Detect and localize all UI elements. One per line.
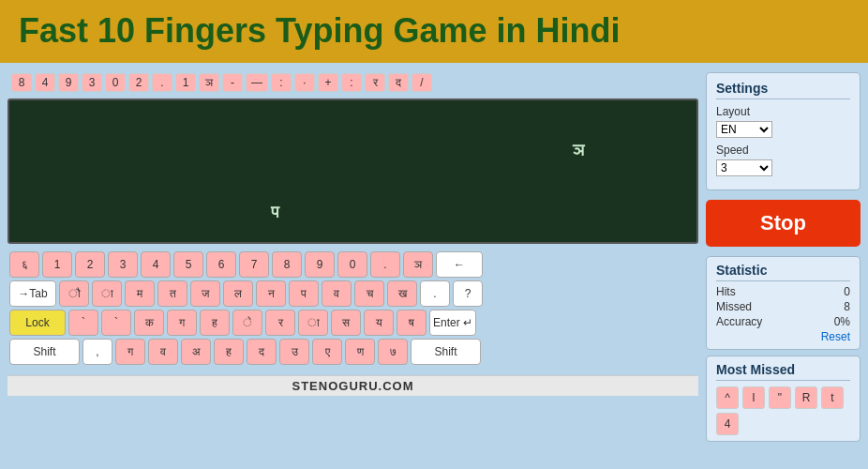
kb-row-2: →Tab ौ ा म त ज ल न प व च ख . ?: [7, 280, 698, 307]
game-canvas: ञ प: [7, 98, 698, 244]
char-key-8[interactable]: ञ: [199, 73, 219, 92]
missed-row: Missed 8: [716, 300, 850, 313]
key-row1-11[interactable]: .: [370, 251, 400, 278]
key-aa[interactable]: ा: [92, 280, 122, 307]
key-e[interactable]: ए: [312, 339, 342, 365]
key-row1-9[interactable]: 9: [305, 251, 335, 278]
key-a[interactable]: अ: [181, 339, 211, 365]
key-row1-5[interactable]: 5: [173, 251, 203, 278]
key-cha[interactable]: च: [354, 280, 384, 307]
key-row1-13[interactable]: ←: [436, 251, 483, 278]
speed-select[interactable]: 1 2 3 4 5: [716, 159, 772, 176]
key-e-matra[interactable]: े: [232, 310, 262, 336]
page-title: Fast 10 Fingers Typing Game in Hindi: [19, 11, 849, 50]
char-key-6[interactable]: .: [152, 73, 172, 92]
falling-char-1: ञ: [573, 141, 584, 160]
key-row1-12[interactable]: ञ: [403, 251, 433, 278]
kb-row-3: Lock ` ` क ग ह े र ा स य ष Enter ↵: [7, 310, 698, 336]
missed-key-3: R: [795, 386, 817, 409]
char-key-11[interactable]: :: [271, 73, 292, 92]
key-pa[interactable]: प: [289, 280, 319, 307]
key-ga[interactable]: ग: [167, 310, 197, 336]
reset-link[interactable]: Reset: [716, 330, 850, 343]
char-key-5[interactable]: 2: [128, 73, 149, 92]
char-key-13[interactable]: +: [318, 73, 338, 92]
char-key-1[interactable]: 4: [35, 73, 55, 92]
key-row1-4[interactable]: 4: [141, 251, 171, 278]
char-key-2[interactable]: 9: [58, 73, 79, 92]
key-ta[interactable]: त: [157, 280, 187, 307]
missed-value: 8: [844, 300, 850, 313]
lock-key[interactable]: Lock: [9, 310, 66, 336]
key-dot2[interactable]: .: [420, 280, 450, 307]
key-ou[interactable]: ौ: [59, 280, 89, 307]
key-row1-7[interactable]: 7: [239, 251, 269, 278]
speed-label: Speed: [716, 144, 850, 157]
key-row1-3[interactable]: 3: [108, 251, 138, 278]
settings-box: Settings Layout EN HI Speed 1 2 3 4 5: [706, 72, 861, 190]
missed-key-1: I: [742, 386, 765, 409]
key-ga2[interactable]: ग: [115, 339, 145, 365]
missed-key-4: t: [821, 386, 844, 409]
key-na2[interactable]: ण: [345, 339, 375, 365]
char-key-16[interactable]: द: [388, 73, 409, 92]
key-kha[interactable]: ख: [387, 280, 417, 307]
key-row1-0[interactable]: ६: [9, 251, 39, 278]
char-key-9[interactable]: -: [222, 73, 243, 92]
key-row1-2[interactable]: 2: [75, 251, 105, 278]
char-key-17[interactable]: /: [412, 73, 432, 92]
key-na[interactable]: न: [256, 280, 286, 307]
main-area: 849302.1ञ-—:·+:रद/ ञ प ६1234567890.ञ← →T…: [0, 63, 868, 429]
kb-row-4: Shift , ग व अ ह द उ ए ण ७ Shift: [7, 339, 698, 365]
key-ra[interactable]: र: [265, 310, 295, 336]
accuracy-label: Accuracy: [716, 315, 762, 328]
hits-label: Hits: [716, 285, 736, 298]
key-aa2[interactable]: ा: [298, 310, 328, 336]
key-row1-6[interactable]: 6: [206, 251, 236, 278]
key-da[interactable]: द: [247, 339, 277, 365]
missed-key-0: ^: [716, 386, 739, 409]
missed-label: Missed: [716, 300, 752, 313]
key-row1-8[interactable]: 8: [272, 251, 302, 278]
char-key-4[interactable]: 0: [105, 73, 126, 92]
key-la[interactable]: ल: [223, 280, 253, 307]
layout-select[interactable]: EN HI: [716, 121, 772, 138]
key-sa[interactable]: स: [331, 310, 361, 336]
missed-keys-container: ^I"Rt4: [716, 386, 850, 435]
key-sha[interactable]: ष: [397, 310, 427, 336]
key-ma[interactable]: म: [125, 280, 155, 307]
char-key-14[interactable]: :: [341, 73, 362, 92]
shift-right-key[interactable]: Shift: [411, 339, 481, 365]
key-row1-1[interactable]: 1: [42, 251, 72, 278]
char-key-3[interactable]: 3: [82, 73, 102, 92]
key-bt1[interactable]: `: [68, 310, 98, 336]
key-q[interactable]: ?: [453, 280, 483, 307]
enter-key[interactable]: Enter ↵: [429, 310, 476, 336]
key-comma[interactable]: ,: [82, 339, 112, 365]
key-ya[interactable]: य: [364, 310, 394, 336]
key-va2[interactable]: व: [148, 339, 178, 365]
missed-key-5: 4: [716, 413, 739, 435]
char-key-0[interactable]: 8: [11, 73, 32, 92]
char-key-10[interactable]: —: [246, 73, 268, 92]
key-7[interactable]: ७: [378, 339, 408, 365]
missed-key-2: ": [769, 386, 791, 409]
key-bt2[interactable]: `: [101, 310, 131, 336]
stop-button[interactable]: Stop: [706, 200, 861, 247]
char-key-12[interactable]: ·: [294, 73, 315, 92]
hits-row: Hits 0: [716, 285, 850, 298]
key-ja[interactable]: ज: [190, 280, 220, 307]
footer-text: STENOGURU.COM: [292, 379, 414, 393]
key-row1-10[interactable]: 0: [337, 251, 367, 278]
key-va[interactable]: व: [322, 280, 352, 307]
shift-left-key[interactable]: Shift: [9, 339, 80, 365]
char-key-15[interactable]: र: [365, 73, 385, 92]
key-u[interactable]: उ: [279, 339, 309, 365]
tab-key[interactable]: →Tab: [9, 280, 56, 307]
char-key-7[interactable]: 1: [175, 73, 196, 92]
footer-bar: STENOGURU.COM: [7, 375, 698, 396]
key-ha2[interactable]: ह: [214, 339, 244, 365]
key-ha[interactable]: ह: [200, 310, 230, 336]
right-panel: Settings Layout EN HI Speed 1 2 3 4 5 St…: [706, 70, 861, 429]
key-ka[interactable]: क: [134, 310, 164, 336]
